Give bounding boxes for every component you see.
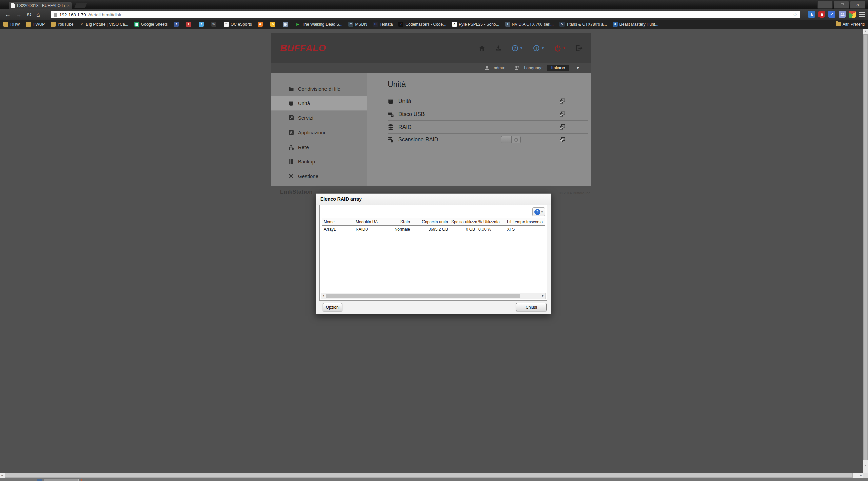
logout-button[interactable] <box>576 45 583 51</box>
bookmark-item[interactable]: X Beast Mastery Hunt... <box>613 22 658 27</box>
horizontal-scrollbar[interactable]: ◄ ► <box>0 473 863 478</box>
download-arrow-icon: ↓ <box>851 12 853 17</box>
scrollbar-thumb[interactable] <box>863 34 868 460</box>
bookmark-item[interactable]: f <box>174 22 180 27</box>
raid-scan-toggle[interactable] <box>501 136 521 143</box>
bookmark-item[interactable]: / Codemasters - Code... <box>398 22 446 27</box>
language-caret-icon[interactable]: ▼ <box>576 66 580 70</box>
safeweb-extension-icon[interactable]: ✓ <box>828 11 835 18</box>
power-menu-button[interactable]: ▼ <box>554 45 566 52</box>
minimize-button[interactable] <box>817 1 833 9</box>
sidebar-item-servizi[interactable]: Servizi <box>271 111 367 125</box>
raid-scan-icon <box>388 137 394 143</box>
browser-tab[interactable]: LS220D018 - BUFFALO Lin × <box>9 2 72 9</box>
scrollbar-thumb[interactable] <box>326 294 520 298</box>
bookmark-item[interactable]: W <box>211 22 218 27</box>
table-cell: 0.00 % <box>477 227 505 232</box>
sidebar-item-label: Applicazioni <box>298 130 325 135</box>
row-raid[interactable]: RAID <box>388 120 588 133</box>
bookmark-item[interactable]: b <box>270 22 277 27</box>
save-button[interactable] <box>495 45 501 51</box>
language-select[interactable]: Italiano <box>547 65 569 71</box>
scroll-up-icon[interactable]: ▲ <box>863 30 868 33</box>
bookmark-item[interactable]: a Pyle PSPL25 - Sono... <box>452 22 499 27</box>
hand-icon <box>820 12 824 17</box>
close-button[interactable]: Chiudi <box>516 303 547 311</box>
bookmark-item[interactable]: ◉ <box>283 22 290 27</box>
reload-icon[interactable]: ↻ <box>26 12 32 18</box>
svg-text:?: ? <box>514 46 516 50</box>
scroll-right-icon[interactable]: ► <box>541 293 545 299</box>
other-bookmarks-button[interactable]: Altri Preferiti <box>836 22 865 27</box>
bookmark-item[interactable]: t <box>199 22 205 27</box>
taskbar-item[interactable] <box>37 479 42 481</box>
open-window-icon[interactable] <box>559 137 566 143</box>
sidebar-item-gestione[interactable]: Gestione <box>271 169 367 184</box>
url-bar[interactable]: 192.168.1.79 /detail.html#disk ☆ <box>51 11 800 18</box>
url-path: /detail.html#disk <box>88 12 121 17</box>
bookmark-item[interactable]: u Testata <box>373 22 393 27</box>
chrome-menu-button[interactable] <box>859 12 865 17</box>
bookmark-item[interactable]: ▶ The Walking Dead S... <box>295 22 343 27</box>
table-header-cell: Modalità RAID <box>354 219 378 224</box>
bookmark-item[interactable]: ▦ Google Sheets <box>134 22 168 27</box>
taskbar-item[interactable] <box>81 479 108 481</box>
sidebar-item-condivisione-di-file[interactable]: Condivisione di file <box>271 81 367 96</box>
scroll-left-icon[interactable]: ◄ <box>1 473 3 478</box>
bookmark-star-icon[interactable]: ☆ <box>793 12 797 18</box>
sidebar-item-label: Servizi <box>298 115 313 121</box>
bookmark-item[interactable]: N Titans & GTX780's a... <box>559 22 607 27</box>
bookmark-item[interactable]: ≡ OC eSports <box>224 22 252 27</box>
bookmark-item[interactable]: A <box>258 22 264 27</box>
sidebar-item-applicazioni[interactable]: Applicazioni <box>271 125 367 140</box>
row-label: Disco USB <box>398 111 425 117</box>
help-menu-button[interactable]: ? ▼ <box>512 45 523 52</box>
dialog-help-button[interactable]: ? ▾ <box>532 207 545 216</box>
bookmark-label: Beast Mastery Hunt... <box>619 22 658 27</box>
sidebar-item-rete[interactable]: Rete <box>271 140 367 154</box>
bookmark-item[interactable]: € <box>186 22 193 27</box>
scroll-right-icon[interactable]: ► <box>860 473 862 478</box>
people-extension-icon[interactable] <box>839 11 846 18</box>
tab-close-icon[interactable]: × <box>67 4 70 8</box>
open-window-icon[interactable] <box>559 98 566 104</box>
play-icon: ▶ <box>295 22 300 27</box>
amazon-assistant-extension-icon[interactable]: a <box>808 11 815 18</box>
scrollbar-corner <box>863 473 868 478</box>
home-nav-button[interactable] <box>479 45 485 51</box>
scrollbar-thumb[interactable] <box>5 473 853 478</box>
close-window-button[interactable]: × <box>850 1 865 9</box>
row-disco-usb[interactable]: Disco USB <box>388 108 588 120</box>
bookmark-item[interactable]: V Big Picture | VISO Ca... <box>79 22 129 27</box>
table-row[interactable]: Array1RAID0Normale3695.2 GB0 GB0.00 %XFS <box>322 226 545 233</box>
row-unita[interactable]: Unità <box>388 95 588 108</box>
adblock-extension-icon[interactable] <box>818 11 825 18</box>
new-tab-button[interactable] <box>74 3 87 8</box>
row-scansione-raid[interactable]: Scansione RAID <box>388 133 588 146</box>
restore-button[interactable] <box>834 1 849 9</box>
forward-icon[interactable]: → <box>16 12 22 18</box>
windows-taskbar-edge[interactable] <box>0 478 868 481</box>
scroll-left-icon[interactable]: ◄ <box>321 293 326 299</box>
open-window-icon[interactable] <box>559 124 566 130</box>
sidebar-item-unita[interactable]: Unità <box>271 96 367 111</box>
info-menu-button[interactable]: i ▼ <box>533 45 544 52</box>
bookmark-item[interactable]: T NVIDIA GTX 700 seri... <box>505 22 554 27</box>
scroll-down-icon[interactable]: ▼ <box>863 464 868 467</box>
language-icon <box>514 65 519 70</box>
options-button[interactable]: Opzioni <box>323 303 342 311</box>
bookmark-item[interactable]: YouTube <box>51 22 73 27</box>
dialog-horizontal-scrollbar[interactable]: ◄ ► <box>321 293 546 299</box>
dialog-panel: ? ▾ NomeModalità RAIDStatoCapacità unità… <box>319 205 547 301</box>
chrome-download-extension-icon[interactable]: ↓ <box>849 11 856 18</box>
bookmark-item[interactable]: RHW <box>3 22 20 27</box>
sidebar-item-backup[interactable]: Backup <box>271 154 367 169</box>
codemasters-icon: / <box>398 22 403 27</box>
open-window-icon[interactable] <box>559 111 566 117</box>
taskbar-item[interactable] <box>44 479 79 481</box>
vertical-scrollbar[interactable]: ▲ ▼ <box>863 29 868 473</box>
home-icon[interactable]: ⌂ <box>36 12 40 18</box>
bookmark-item[interactable]: HWUP <box>26 22 45 27</box>
bookmark-item[interactable]: m MSDN <box>348 22 367 27</box>
back-icon[interactable]: ← <box>5 12 11 18</box>
